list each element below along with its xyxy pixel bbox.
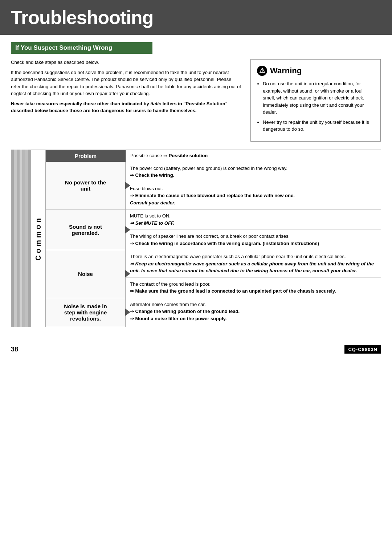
stripe-3 (17, 150, 20, 327)
solution-cell-3: There is an electromagnetic-wave generat… (126, 250, 381, 298)
solution-sub-3-1: There is an electromagnetic-wave generat… (126, 250, 381, 278)
arrow-icon-2 (125, 226, 130, 233)
solution-cell-1: The power cord (battery, power and groun… (126, 162, 381, 209)
warning-item-2: Never try to repair the unit by yourself… (263, 119, 375, 133)
page-header: Troubleshooting (0, 0, 392, 35)
stripe-4 (20, 150, 23, 327)
warning-item-1: Do not use the unit in an irregular cond… (263, 80, 375, 116)
common-label-block: Common (31, 150, 45, 327)
header-problem: Problem (46, 150, 126, 162)
arrow-icon-3 (125, 270, 130, 277)
warning-icon: ⚠ (257, 66, 267, 76)
table-row: No power to theunit The power cord (batt… (45, 162, 381, 210)
problem-text-3: Noise (78, 271, 93, 277)
cause-text: MUTE is set to ON. (130, 213, 171, 219)
solution-sub-2-1: MUTE is set to ON. ⇒ Set MUTE to OFF. (126, 209, 381, 230)
solution-sub-2-2: The wiring of speaker lines are not corr… (126, 230, 381, 250)
solution-sub-4-1: Alternator noise comes from the car. ⇒ C… (126, 298, 381, 325)
action-text: ⇒ Eliminate the cause of fuse blowout an… (130, 193, 295, 205)
problem-text-4: Noise is made instep with enginerevoluti… (64, 303, 107, 322)
stripe-2 (14, 150, 17, 327)
page-number: 38 (11, 346, 18, 353)
section-header: If You Suspect Something Wrong (11, 42, 152, 54)
problem-text-2: Sound is notgenerated. (69, 224, 102, 236)
stripe-5 (22, 150, 25, 327)
stripe-7 (28, 150, 31, 327)
solution-cell-4: Alternator noise comes from the car. ⇒ C… (126, 298, 381, 327)
arrow-icon-1 (125, 182, 130, 189)
cause-text: There is an electromagnetic-wave generat… (130, 254, 346, 259)
warning-box: ⚠ Warning Do not use the unit in an irre… (250, 59, 381, 142)
top-area: Check and take steps as described below.… (11, 59, 381, 142)
problem-cell-4: Noise is made instep with enginerevoluti… (46, 298, 126, 327)
common-label: Common (33, 216, 44, 261)
solution-sub-1-2: Fuse blows out. ⇒ Eliminate the cause of… (126, 182, 381, 209)
cause-text: Alternator noise comes from the car. (130, 302, 206, 307)
solution-cell-2: MUTE is set to ON. ⇒ Set MUTE to OFF. Th… (126, 209, 381, 250)
header-solution: Possible cause ⇒ Possible solution (126, 150, 381, 162)
cause-text: Fuse blows out. (130, 186, 163, 191)
intro-bold-note: Never take measures especially those oth… (11, 100, 242, 114)
trouble-table: Common Problem Possible cause ⇒ Possible… (11, 150, 381, 327)
solution-sub-3-2: The contact of the ground lead is poor. … (126, 278, 381, 298)
warning-title: ⚠ Warning (257, 65, 375, 77)
left-sidebar: Common (11, 150, 45, 327)
stripe-6 (25, 150, 28, 327)
main-content: If You Suspect Something Wrong Check and… (0, 35, 392, 334)
action-text: ⇒ Set MUTE to OFF. (130, 220, 175, 226)
problem-text-1: No power to theunit (65, 179, 106, 192)
action-text-2: ⇒ Mount a noise filter on the power supp… (130, 316, 226, 321)
cause-text: The contact of the ground lead is poor. (130, 281, 211, 287)
warning-label: Warning (270, 65, 302, 77)
page-wrapper: Troubleshooting If You Suspect Something… (0, 0, 392, 357)
cause-text: The wiring of speaker lines are not corr… (130, 233, 290, 239)
page-footer: 38 CQ-C8803N (0, 342, 392, 357)
stripe-1 (11, 150, 14, 327)
intro-text: Check and take steps as described below.… (11, 59, 242, 142)
stripe-block (11, 150, 31, 327)
problem-cell-3: Noise (46, 250, 126, 298)
intro-line1: Check and take steps as described below. (11, 59, 242, 66)
table-header: Problem Possible cause ⇒ Possible soluti… (45, 150, 381, 162)
action-text: ⇒ Check the wiring. (130, 172, 174, 178)
warning-list: Do not use the unit in an irregular cond… (257, 80, 375, 133)
intro-line2: If the described suggestions do not solv… (11, 69, 242, 97)
solution-sub-1-1: The power cord (battery, power and groun… (126, 162, 381, 182)
page-title: Troubleshooting (11, 7, 381, 28)
table-row: Noise is made instep with enginerevoluti… (45, 298, 381, 327)
action-text: ⇒ Check the wiring in accordance with th… (130, 241, 319, 246)
problem-cell-1: No power to theunit (46, 162, 126, 209)
cause-text: The power cord (battery, power and groun… (130, 166, 287, 171)
arrow-icon-4 (125, 309, 130, 316)
action-text: ⇒ Keep an electromagnetic-wave generator… (130, 261, 374, 274)
problem-cell-2: Sound is notgenerated. (46, 209, 126, 250)
action-text: ⇒ Make sure that the ground lead is conn… (130, 288, 336, 294)
table-area: Problem Possible cause ⇒ Possible soluti… (45, 150, 381, 327)
table-row: Noise There is an electromagnetic-wave g… (45, 250, 381, 298)
action-text-1: ⇒ Change the wiring position of the grou… (130, 309, 240, 314)
model-badge: CQ-C8803N (344, 345, 381, 354)
table-row: Sound is notgenerated. MUTE is set to ON… (45, 209, 381, 250)
